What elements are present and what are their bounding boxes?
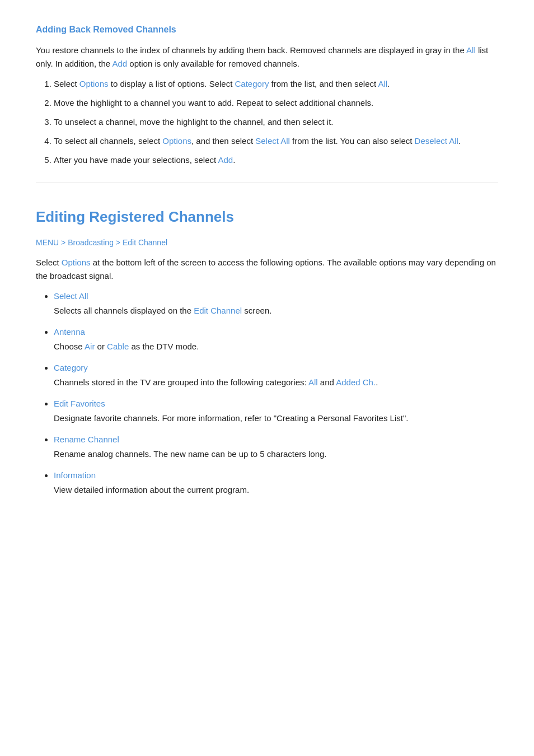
- bullet-desc-information: View detailed information about the curr…: [54, 483, 498, 497]
- section-adding-back: Adding Back Removed Channels You restore…: [36, 22, 498, 167]
- bullet-term-antenna: Antenna: [54, 327, 85, 337]
- step3-text: To unselect a channel, move the highligh…: [54, 117, 334, 127]
- step1-mid1: to display a list of options. Select: [109, 79, 235, 88]
- breadcrumb-menu: MENU: [36, 238, 59, 247]
- bullet-term-category: Category: [54, 363, 88, 372]
- bullet-term-editfav: Edit Favorites: [54, 399, 105, 408]
- section2-intro-link: Options: [62, 258, 91, 267]
- section2-intro-after: at the bottom left of the screen to acce…: [36, 258, 496, 281]
- step1-mid2: from the list, and then select: [269, 79, 378, 88]
- bullet-information: Information View detailed information ab…: [54, 469, 498, 497]
- step4-link-options: Options: [162, 136, 191, 146]
- desc-category-after: .: [376, 377, 378, 387]
- section2-bullets: Select All Selects all channels displaye…: [54, 290, 498, 497]
- bullet-desc-editfav: Designate favorite channels. For more in…: [54, 412, 498, 425]
- desc-category-before: Channels stored in the TV are grouped in…: [54, 377, 308, 387]
- bullet-desc-category: Channels stored in the TV are grouped in…: [54, 376, 498, 389]
- desc-selectall-link: Edit Channel: [194, 306, 242, 315]
- desc-category-mid: and: [318, 377, 336, 387]
- bullet-select-all: Select All Selects all channels displaye…: [54, 290, 498, 318]
- section2-title: Editing Registered Channels: [36, 206, 498, 229]
- breadcrumb-sep2: >: [114, 238, 123, 247]
- breadcrumb: MENU > Broadcasting > Edit Channel: [36, 236, 498, 249]
- step-1: Select Options to display a list of opti…: [54, 77, 498, 91]
- step1-before: Select: [54, 79, 79, 88]
- breadcrumb-broadcasting: Broadcasting: [68, 238, 114, 247]
- section1-steps: Select Options to display a list of opti…: [54, 77, 498, 167]
- section1-title: Adding Back Removed Channels: [36, 22, 498, 37]
- desc-category-link2: Added Ch.: [336, 377, 376, 387]
- bullet-desc-rename: Rename analog channels. The new name can…: [54, 447, 498, 461]
- step4-before: To select all channels, select: [54, 136, 162, 146]
- bullet-rename-channel: Rename Channel Rename analog channels. T…: [54, 433, 498, 461]
- section1-intro: You restore channels to the index of cha…: [36, 44, 498, 71]
- step-4: To select all channels, select Options, …: [54, 134, 498, 148]
- desc-antenna-mid: or: [95, 342, 107, 351]
- step-5: After you have made your selections, sel…: [54, 153, 498, 167]
- step1-link-category: Category: [235, 79, 269, 88]
- bullet-antenna: Antenna Choose Air or Cable as the DTV m…: [54, 325, 498, 353]
- section1-link-add: Add: [113, 59, 128, 68]
- step1-end: .: [387, 79, 390, 88]
- bullet-term-rename: Rename Channel: [54, 435, 119, 444]
- section1-intro-before: You restore channels to the index of cha…: [36, 45, 466, 55]
- bullet-desc-antenna: Choose Air or Cable as the DTV mode.: [54, 340, 498, 353]
- bullet-term-information: Information: [54, 470, 96, 480]
- step5-before: After you have made your selections, sel…: [54, 155, 218, 165]
- step4-mid1: , and then select: [191, 136, 255, 146]
- desc-antenna-link2: Cable: [107, 342, 129, 351]
- desc-antenna-link1: Air: [85, 342, 95, 351]
- bullet-desc-selectall: Selects all channels displayed on the Ed…: [54, 304, 498, 318]
- step5-link-add: Add: [218, 155, 233, 165]
- step4-link-selectall: Select All: [255, 136, 290, 146]
- breadcrumb-sep1: >: [59, 238, 68, 247]
- step4-mid2: from the list. You can also select: [290, 136, 415, 146]
- bullet-category: Category Channels stored in the TV are g…: [54, 361, 498, 389]
- desc-antenna-before: Choose: [54, 342, 85, 351]
- step1-link-options: Options: [79, 79, 109, 88]
- step5-end: .: [233, 155, 235, 165]
- step4-end: .: [458, 136, 461, 146]
- section2-intro-before: Select: [36, 258, 62, 267]
- section1-intro-end: option is only available for removed cha…: [127, 59, 299, 68]
- step2-text: Move the highlight to a channel you want…: [54, 98, 373, 108]
- desc-category-link1: All: [308, 377, 318, 387]
- desc-antenna-after: as the DTV mode.: [129, 342, 199, 351]
- step4-link-deselectall: Deselect All: [415, 136, 458, 146]
- breadcrumb-edit-channel: Edit Channel: [123, 238, 167, 247]
- section2-intro: Select Options at the bottom left of the…: [36, 256, 498, 283]
- bullet-term-selectall: Select All: [54, 291, 88, 301]
- step-3: To unselect a channel, move the highligh…: [54, 115, 498, 129]
- section1-link-all: All: [466, 45, 476, 55]
- desc-selectall-after: screen.: [242, 306, 271, 315]
- step-2: Move the highlight to a channel you want…: [54, 96, 498, 110]
- desc-selectall-before: Selects all channels displayed on the: [54, 306, 194, 315]
- section-editing: Editing Registered Channels MENU > Broad…: [36, 206, 498, 497]
- bullet-edit-favorites: Edit Favorites Designate favorite channe…: [54, 397, 498, 425]
- step1-link-all: All: [378, 79, 388, 88]
- section-divider: [36, 183, 498, 183]
